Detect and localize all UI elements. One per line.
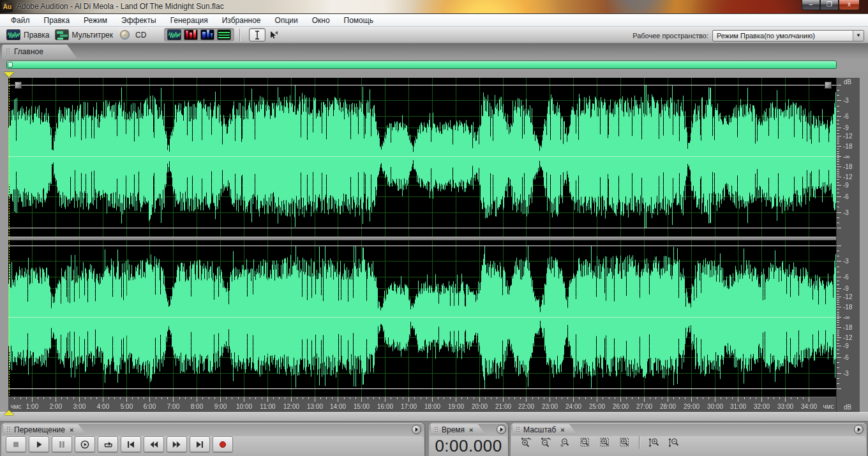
zoom-navigator-handle[interactable] xyxy=(8,62,13,68)
scrub-tool-button[interactable] xyxy=(266,28,282,41)
title-bar: Au Adobe Audition - Al Di Meola - Land O… xyxy=(0,0,868,14)
zoom-panel-body xyxy=(511,436,866,456)
close-icon[interactable]: × xyxy=(70,426,73,434)
go-to-beginning-button[interactable] xyxy=(121,436,141,452)
transport-panel-tab[interactable]: Перемещение × xyxy=(3,424,86,435)
go-to-end-button[interactable] xyxy=(190,436,210,452)
fast-forward-button[interactable] xyxy=(167,436,187,452)
zoom-selection-left-button[interactable] xyxy=(598,436,612,449)
zoom-panel-title: Масштаб xyxy=(523,425,556,434)
spectral-pan-display-button[interactable] xyxy=(200,29,214,40)
playhead-marker-top[interactable] xyxy=(4,72,14,77)
waveform-editor xyxy=(0,71,868,421)
playhead-marker-bottom[interactable] xyxy=(4,410,14,415)
grip-icon xyxy=(6,48,10,55)
status-strip xyxy=(0,412,868,421)
multitrack-view-button[interactable]: Мультитрек xyxy=(52,29,116,41)
display-mode-group xyxy=(164,28,234,41)
view-button-label: CD xyxy=(135,31,146,40)
time-panel-tab[interactable]: Время × xyxy=(431,424,486,435)
grip-icon xyxy=(6,426,11,434)
transport-panel-body xyxy=(2,436,424,456)
menu-item-help[interactable]: Помощь xyxy=(337,15,380,26)
close-button[interactable]: x xyxy=(839,0,860,10)
rewind-button[interactable] xyxy=(144,436,164,452)
waveform-display-canvas[interactable] xyxy=(8,78,836,397)
time-ruler[interactable] xyxy=(8,397,836,412)
window-title: Adobe Audition - Al Di Meola - Land Of T… xyxy=(17,2,224,11)
spectral-phase-display-button[interactable] xyxy=(217,29,231,40)
panel-menu-button[interactable] xyxy=(497,425,506,434)
zoom-panel: Масштаб × xyxy=(511,423,867,456)
zoom-group-separator xyxy=(639,436,640,449)
menu-item-effects[interactable]: Эффекты xyxy=(114,15,163,26)
pause-button[interactable] xyxy=(52,436,72,452)
time-selection-tool-button[interactable] xyxy=(249,28,266,41)
minimize-button[interactable]: – xyxy=(802,0,820,10)
panel-menu-button[interactable] xyxy=(854,425,864,434)
view-button-label: Правка xyxy=(24,31,50,40)
play-to-end-button[interactable] xyxy=(75,436,95,452)
window-controls: – ❐ x xyxy=(802,0,860,10)
workspace-value: Режим Правка(по умолчанию) xyxy=(713,31,853,41)
loop-play-button[interactable] xyxy=(98,436,118,452)
menu-item-edit[interactable]: Правка xyxy=(37,15,77,26)
zoom-out-horizontally-button[interactable] xyxy=(539,436,553,449)
stop-button[interactable] xyxy=(6,436,26,452)
menu-item-favorites[interactable]: Избранное xyxy=(215,15,268,26)
close-icon[interactable]: × xyxy=(469,426,473,434)
file-tab-bar: Главное xyxy=(0,43,868,59)
zoom-out-vertically-button[interactable] xyxy=(666,436,680,449)
zoom-panel-tab[interactable]: Масштаб × xyxy=(513,424,578,435)
close-icon[interactable]: × xyxy=(560,426,564,434)
workspace-dropdown[interactable]: Режим Правка(по умолчанию) ▼ xyxy=(712,30,864,41)
time-display: 0:00.000 xyxy=(430,436,507,455)
menu-item-generate[interactable]: Генерация xyxy=(163,15,215,26)
grip-icon xyxy=(434,426,438,434)
overview-row xyxy=(0,59,868,71)
view-button-label: Мультитрек xyxy=(72,31,113,40)
bottom-panels: Перемещение × Время × 0:00.000 Масштаб × xyxy=(0,421,868,456)
chevron-down-icon[interactable]: ▼ xyxy=(853,31,864,41)
zoom-in-horizontally-button[interactable] xyxy=(519,436,533,449)
cd-view-button[interactable]: CD xyxy=(116,29,149,41)
zoom-out-full-button[interactable] xyxy=(558,436,572,449)
menu-item-view[interactable]: Режим xyxy=(77,15,114,26)
restore-button[interactable]: ❐ xyxy=(820,0,839,10)
menu-bar: ФайлПравкаРежимЭффектыГенерацияИзбранное… xyxy=(0,14,868,27)
menu-item-window[interactable]: Окно xyxy=(305,15,337,26)
record-button[interactable] xyxy=(213,436,233,452)
panel-menu-button[interactable] xyxy=(412,425,421,434)
tab-label: Главное xyxy=(14,47,43,56)
transport-panel: Перемещение × xyxy=(1,423,424,456)
cd-view-icon xyxy=(118,29,132,40)
tab-main-file[interactable]: Главное xyxy=(2,45,77,59)
menu-item-file[interactable]: Файл xyxy=(4,15,37,26)
app-icon: Au xyxy=(2,2,13,12)
toolbar-separator xyxy=(239,29,240,41)
time-panel-title: Время xyxy=(442,425,465,434)
grip-icon xyxy=(516,426,520,434)
view-switch-group: ПравкаМультитрекCD xyxy=(0,27,153,43)
edit-view-button[interactable]: Правка xyxy=(4,29,52,41)
waveform-display-button[interactable] xyxy=(167,29,181,40)
tools-group xyxy=(245,27,286,43)
zoom-to-selection-button[interactable] xyxy=(578,436,592,449)
workspace-label: Рабочее пространство: xyxy=(632,32,708,40)
waveform-view-icon xyxy=(6,29,20,40)
transport-panel-title: Перемещение xyxy=(14,425,65,434)
time-panel-body: 0:00.000 xyxy=(430,436,507,456)
workspace-selector: Рабочее пространство: Режим Правка(по ум… xyxy=(632,30,864,41)
multitrack-view-icon xyxy=(55,29,69,40)
amplitude-ruler[interactable] xyxy=(836,78,860,412)
play-button[interactable] xyxy=(29,436,49,452)
zoom-in-vertically-button[interactable] xyxy=(647,436,661,449)
menu-item-options[interactable]: Опции xyxy=(268,15,305,26)
zoom-selection-right-button[interactable] xyxy=(618,436,632,449)
spectral-frequency-display-button[interactable] xyxy=(184,29,198,40)
time-panel: Время × 0:00.000 xyxy=(429,423,508,456)
zoom-navigator-bar[interactable] xyxy=(6,61,837,69)
